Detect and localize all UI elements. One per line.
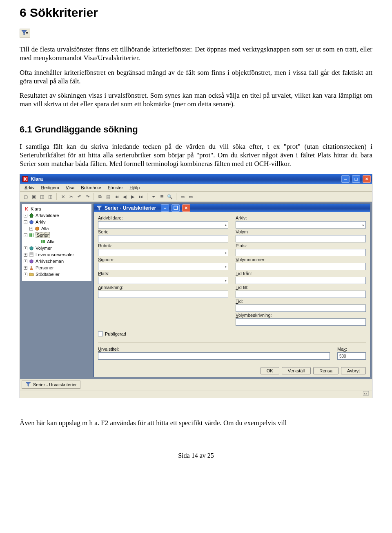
field-serie: Serie: [98, 229, 228, 242]
dropdown-arrow-icon: ▸: [225, 223, 227, 227]
tree-item-personer[interactable]: +Personer: [24, 264, 90, 271]
tree-toggle-icon[interactable]: +: [24, 253, 27, 257]
inner-close-button[interactable]: ×: [182, 204, 190, 212]
tree-toggle-icon[interactable]: +: [29, 227, 33, 231]
verkställ-button[interactable]: Verkställ: [282, 367, 311, 374]
toolbar-win2-icon[interactable]: ▭: [187, 193, 194, 200]
input-volym[interactable]: [236, 235, 366, 242]
tree-toggle-icon[interactable]: +: [24, 246, 27, 250]
tree-item-alla[interactable]: Alla: [24, 238, 90, 245]
menu-item-redigera[interactable]: Redigera: [38, 185, 62, 190]
menu-bar: Arkiv Redigera Visa Bokmärke Fönster Hjä…: [20, 184, 372, 192]
tree-item-arkivscheman[interactable]: +Arkivscheman: [24, 258, 90, 264]
menu-item-hjalp[interactable]: Hjälp: [127, 185, 143, 190]
svg-rect-12: [44, 240, 45, 243]
input-serie[interactable]: [98, 235, 228, 242]
toolbar-win1-icon[interactable]: ▭: [179, 193, 186, 200]
ok-button[interactable]: OK: [261, 367, 279, 374]
input-tidfrån[interactable]: [236, 277, 366, 284]
input-tid[interactable]: [236, 305, 366, 312]
cube-teal-icon: [29, 245, 34, 251]
urval-row: Urvalstitel:Max:500: [98, 342, 366, 360]
field-label: Tid:: [236, 299, 366, 304]
status-f2-indicator: F2: [363, 391, 370, 397]
inner-restore-button[interactable]: ❐: [172, 204, 180, 212]
checkbox-icon[interactable]: [98, 331, 103, 336]
tree-toggle-icon[interactable]: -: [24, 220, 27, 224]
input-tidtill[interactable]: [236, 291, 366, 298]
maximize-button[interactable]: □: [352, 175, 360, 183]
toolbar-redo-icon[interactable]: ↷: [84, 193, 91, 200]
input-anmärkning[interactable]: [98, 291, 228, 298]
tree-toggle-icon[interactable]: -: [24, 233, 27, 237]
app-logo-icon: K: [22, 176, 28, 182]
minimize-button[interactable]: –: [341, 175, 350, 183]
toolbar-saveall-icon[interactable]: ◫: [47, 193, 53, 200]
input-plats[interactable]: [236, 249, 366, 256]
tree-item-volymer[interactable]: +Volymer: [24, 245, 90, 251]
input-signum[interactable]: ▸: [98, 263, 228, 270]
tree-item-alla[interactable]: +Alla: [24, 225, 90, 232]
toolbar-delete-icon[interactable]: ✕: [60, 193, 66, 200]
svg-marker-6: [36, 227, 39, 231]
toolbar-prev-icon[interactable]: ◀: [121, 193, 128, 200]
tree-item-arkivbildare[interactable]: -Arkivbildare: [24, 212, 90, 219]
menu-item-arkiv[interactable]: Arkiv: [22, 185, 37, 190]
tree-root[interactable]: K Klara: [24, 206, 90, 212]
input-volymbeskrivning[interactable]: [236, 318, 366, 326]
funnel-toolbar-icon: [20, 29, 30, 38]
menu-item-fonster[interactable]: Fönster: [105, 185, 126, 190]
input-volymnummer[interactable]: [236, 263, 366, 270]
tree-toggle-icon[interactable]: +: [24, 260, 27, 263]
avbryt-button[interactable]: Avbryt: [341, 367, 366, 374]
toolbar-undo-icon[interactable]: ↶: [76, 193, 82, 200]
tree-item-arkiv[interactable]: -Arkiv: [24, 219, 90, 225]
field-plats: Plats:: [236, 243, 366, 256]
input-arkivbildare[interactable]: ▸: [98, 221, 228, 228]
toolbar-next-icon[interactable]: ▶: [129, 193, 136, 200]
tree-item-serier[interactable]: -Serier: [24, 232, 90, 238]
menu-item-bokmarke[interactable]: Bokmärke: [78, 185, 104, 190]
person-icon: [29, 265, 34, 271]
field-tidfrån: Tid från:: [236, 271, 366, 284]
dropdown-arrow-icon: ▸: [225, 251, 227, 255]
toolbar-open-icon[interactable]: ▣: [31, 193, 37, 200]
toolbar-cut-icon[interactable]: ✂: [68, 193, 74, 200]
toolbar-funnel-icon[interactable]: ⏷: [150, 193, 157, 200]
tree-toggle-icon[interactable]: +: [24, 266, 27, 270]
tree-toggle-icon[interactable]: +: [24, 273, 27, 276]
publicerad-checkbox-row[interactable]: Publicerad: [98, 330, 228, 338]
checkbox-label: Publicerad: [105, 331, 126, 336]
paragraph-1: Till de flesta urvalsfönster finns ett t…: [20, 45, 372, 63]
inner-minimize-button[interactable]: –: [161, 204, 169, 212]
rensa-button[interactable]: Rensa: [313, 367, 339, 374]
taskbar-button-serier[interactable]: Serier - Urvalskriterier: [22, 381, 80, 389]
tree-toggle-icon[interactable]: -: [24, 214, 27, 217]
toolbar-new-icon[interactable]: ▢: [22, 193, 29, 200]
toolbar-copy-icon[interactable]: ⧉: [97, 193, 103, 200]
cube-purple-icon: [29, 258, 34, 264]
input-urvalstitel[interactable]: [98, 352, 330, 360]
input-rubrik[interactable]: ▸: [98, 249, 228, 256]
svg-marker-4: [29, 213, 33, 217]
close-button[interactable]: ×: [363, 175, 371, 183]
tree-item-leveransreversaler[interactable]: +Leveransreversaler: [24, 251, 90, 258]
toolbar-search-icon[interactable]: 🔍: [167, 193, 173, 200]
input-arkiv[interactable]: ▸: [236, 221, 366, 228]
toolbar-paste-icon[interactable]: ▤: [105, 193, 111, 200]
toolbar-separator: [176, 193, 176, 200]
doc-icon: [29, 252, 34, 258]
toolbar-last-icon[interactable]: ⏭: [138, 193, 144, 200]
paragraph-4: I samtliga fält kan du skriva inledande …: [20, 142, 372, 168]
toolbar-first-icon[interactable]: ⏮: [113, 193, 120, 200]
input-plats[interactable]: ▸: [98, 277, 228, 284]
menu-item-visa[interactable]: Visa: [63, 185, 77, 190]
dropdown-arrow-icon: ▸: [225, 265, 227, 269]
svg-rect-8: [31, 233, 32, 237]
field-volym: Volym: [236, 229, 366, 242]
toolbar-list-icon[interactable]: ≣: [158, 193, 165, 200]
field-label: Arkiv:: [236, 215, 366, 220]
toolbar-save-icon[interactable]: ◫: [39, 193, 45, 200]
tree-item-stödtabeller[interactable]: +Stödtabeller: [24, 271, 90, 278]
input-max[interactable]: 500: [337, 352, 366, 360]
